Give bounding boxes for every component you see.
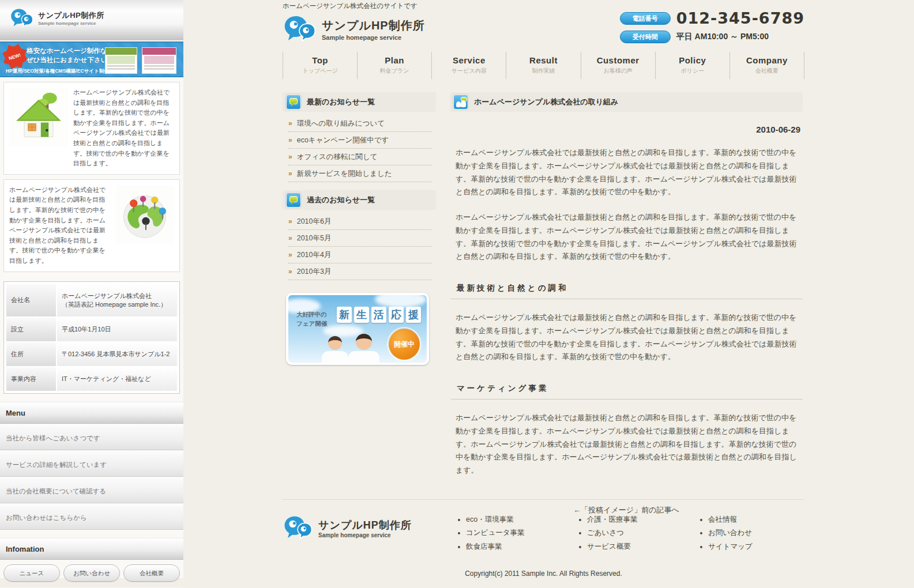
article-column: ホームページサンプル株式会社の取り組み 2010-06-29 ホームページサンプ…	[450, 92, 803, 515]
main-content: ホームページサンプル株式会社のサイトです サンプルHP制作所 Sample ho…	[283, 0, 804, 588]
sidebar-logo-title: サンプルHP制作所	[38, 8, 104, 21]
sidebar-logo[interactable]: サンプルHP制作所 Sample homepage service	[0, 0, 183, 40]
woman-figure	[322, 336, 348, 365]
nav-item-plan[interactable]: Plan 料金プラン	[357, 52, 431, 79]
past-news-header: 過去のお知らせ一覧	[283, 190, 436, 210]
news-button[interactable]: ニュース	[3, 564, 60, 582]
article-paragraph: ホームページサンプル株式会社では最新技術と自然との調和を目指します。革新的な技術…	[456, 311, 802, 364]
company-button[interactable]: 会社概要	[123, 564, 180, 582]
intro-text-1: ホームページサンプル株式会社では最新技術と自然との調和を目指します。革新的な技術…	[73, 88, 174, 169]
sidebar-item-greeting[interactable]: 当社から皆様へごあいさつです	[0, 425, 183, 450]
banner-line1: 格安なホームページ制作なら	[27, 47, 114, 55]
nav-item-policy[interactable]: Policy ポリシー	[655, 52, 729, 79]
hours-label-badge: 受付時間	[620, 31, 671, 43]
footer-link[interactable]: ごあいさつ	[587, 527, 638, 538]
founded-value: 平成10年1月10日	[57, 318, 177, 341]
site-thumbnail-pink	[142, 47, 176, 74]
speech-bubbles-logo-icon	[284, 515, 313, 541]
archive-item[interactable]: »2010年6月	[288, 213, 431, 230]
campaign-title-chars: 新生活応援	[337, 307, 421, 323]
article-header: ホームページサンプル株式会社の取り組み	[450, 92, 803, 112]
footer-links-column-3: 会社情報 お問い合わせ サイトマップ	[708, 514, 753, 555]
phone-number: 012-345-6789	[676, 9, 804, 27]
double-arrow-icon: »	[288, 136, 292, 144]
nav-item-service[interactable]: Service サービス内容	[431, 52, 506, 79]
people-bubble-icon	[453, 95, 468, 110]
intro-box-house: ホームページサンプル株式会社では最新技術と自然との調和を目指します。革新的な技術…	[3, 82, 180, 175]
footer-link[interactable]: サービス概要	[587, 541, 638, 552]
open-now-badge: 開催中	[389, 329, 420, 360]
news-item[interactable]: »環境への取り組みについて	[288, 115, 431, 132]
new-badge-icon: NEW!	[6, 47, 24, 66]
archive-item[interactable]: »2010年4月	[288, 247, 431, 263]
news-column: 最新のお知らせ一覧 »環境への取り組みについて »ecoキャンペーン開催中です …	[283, 92, 436, 365]
double-arrow-icon: »	[288, 119, 292, 127]
news-item[interactable]: »ecoキャンペーン開催中です	[288, 132, 431, 149]
sidebar-item-service-detail[interactable]: サービスの詳細を解説しています	[0, 451, 183, 477]
double-arrow-icon: »	[288, 251, 292, 259]
sidebar-item-contact[interactable]: お問い合わせはこちらから	[0, 504, 183, 530]
address-label: 住所	[6, 342, 56, 366]
archive-item[interactable]: »2010年5月	[288, 230, 431, 247]
footer-link[interactable]: 飲食店事業	[466, 541, 524, 552]
table-row: 事業内容 IT・マーケティング・福祉など	[6, 367, 177, 391]
footer-link[interactable]: コンピュータ事業	[466, 527, 524, 538]
sidebar-logo-subtitle: Sample homepage service	[38, 21, 104, 26]
founded-label: 設立	[6, 318, 56, 341]
speech-bubble-icon	[286, 95, 301, 110]
footer-link[interactable]: 介護・医療事業	[587, 514, 638, 525]
footer-divider	[283, 499, 804, 500]
double-arrow-icon: »	[288, 267, 292, 276]
main-copyright: Copyright(c) 2011 Sample Inc. All Rights…	[283, 570, 804, 578]
business-hours: 平日 AM10:00 ～ PM5:00	[676, 32, 769, 42]
section-heading-tech-nature: 最新技術と自然との調和	[451, 283, 803, 299]
article-date: 2010-06-29	[450, 125, 803, 134]
footer-link[interactable]: サイトマップ	[708, 541, 753, 552]
globe-pins-image	[115, 185, 174, 244]
promo-banner-sidebar[interactable]: NEW! 格安なホームページ制作なら ぜひ当社におまかせ下さい! HP運用/SE…	[0, 42, 183, 77]
nav-item-company[interactable]: Company 会社概要	[729, 52, 804, 79]
site-tagline: ホームページサンプル株式会社のサイトです	[283, 2, 417, 10]
company-name-value: ホームページサンプル株式会社 （英語表記 Homepage sample Inc…	[57, 284, 177, 316]
sidebar-item-company-profile[interactable]: 当社の会社概要について確認する	[0, 478, 183, 503]
address-value: 〒012-3456 見本県見本市サンプル1-2	[57, 342, 177, 366]
latest-news-list: »環境への取り組みについて »ecoキャンペーン開催中です »オフィスの移転に関…	[288, 115, 431, 182]
footer-logo-title: サンプルHP制作所	[318, 518, 412, 532]
header-logo-subtitle: Sample homepage service	[322, 34, 425, 41]
speech-bubbles-logo-icon	[284, 15, 316, 44]
news-item[interactable]: »オフィスの移転に関して	[288, 149, 431, 165]
double-arrow-icon: »	[288, 153, 292, 161]
man-figure	[348, 334, 379, 365]
contact-button[interactable]: お問い合わせ	[63, 564, 120, 582]
information-heading: Infomation	[0, 538, 183, 560]
info-buttons-row: ニュース お問い合わせ 会社概要	[0, 560, 183, 587]
footer-link[interactable]: お問い合わせ	[708, 527, 753, 538]
header-logo[interactable]: サンプルHP制作所 Sample homepage service	[284, 15, 425, 44]
footer-link[interactable]: eco・環境事業	[466, 514, 524, 525]
banner-line3: HP運用/SEO対策/各種CMS構築/ECサイト制作など	[6, 68, 119, 75]
double-arrow-icon: »	[288, 217, 292, 225]
footer-logo[interactable]: サンプルHP制作所 Sample homepage service	[284, 515, 412, 541]
nav-item-result[interactable]: Result 制作実績	[506, 52, 580, 79]
news-item[interactable]: »新規サービスを開始しました	[288, 165, 431, 182]
campaign-banner[interactable]: 大好評中の フェア開催 新生活応援 開催中	[286, 293, 429, 365]
company-name-label: 会社名	[6, 284, 56, 316]
article-paragraph: ホームページサンプル株式会社では最新技術と自然との調和を目指します。革新的な技術…	[456, 146, 802, 199]
banner-line2: ぜひ当社におまかせ下さい!	[27, 56, 110, 65]
site-thumbnail-green	[105, 47, 137, 74]
footer-link[interactable]: 会社情報	[708, 514, 753, 525]
section-heading-marketing: マーケティング事業	[451, 383, 803, 399]
speech-bubble-icon	[286, 193, 301, 208]
article-paragraph: ホームページサンプル株式会社では最新技術と自然との調和を目指します。革新的な技術…	[456, 412, 802, 477]
table-row: 設立 平成10年1月10日	[6, 318, 177, 341]
past-news-list: »2010年6月 »2010年5月 »2010年4月 »2010年3月	[288, 213, 431, 280]
latest-news-header: 最新のお知らせ一覧	[283, 92, 436, 112]
contact-info-block: 電話番号 012-345-6789 受付時間 平日 AM10:00 ～ PM5:…	[620, 9, 804, 47]
archive-item[interactable]: »2010年3月	[288, 263, 431, 280]
double-arrow-icon: »	[288, 169, 292, 178]
nav-item-customer[interactable]: Customer お客様の声	[581, 52, 655, 79]
article-title: ホームページサンプル株式会社の取り組み	[474, 97, 618, 107]
business-value: IT・マーケティング・福祉など	[57, 367, 177, 391]
nav-item-top[interactable]: Top トップページ	[283, 52, 357, 79]
phone-label-badge: 電話番号	[620, 12, 671, 25]
